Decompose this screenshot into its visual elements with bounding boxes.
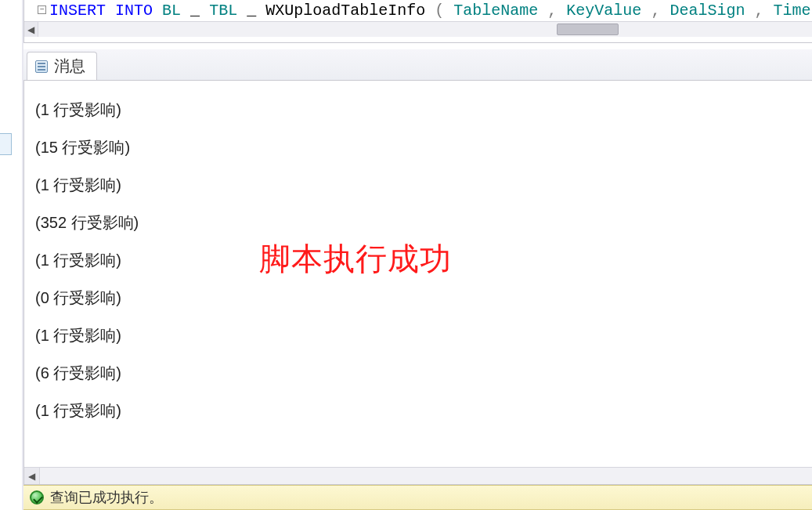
scroll-left-icon[interactable]: ◀ xyxy=(24,22,38,37)
status-bar: 查询已成功执行。 xyxy=(23,485,812,510)
scroll-track[interactable] xyxy=(38,22,812,37)
sql-col-dealsign: DealSign xyxy=(669,2,745,20)
status-text: 查询已成功执行。 xyxy=(50,488,163,507)
sql-ident-bl: BL xyxy=(162,2,181,20)
tab-label: 消息 xyxy=(54,56,85,77)
sql-ident-tbl: TBL xyxy=(209,2,237,20)
results-tab-strip: 消息 xyxy=(23,49,812,81)
message-row: (15 行受影响) xyxy=(35,137,804,157)
sql-ident-proc: WXUploadTableInfo xyxy=(265,2,425,20)
sql-comma: , xyxy=(651,2,660,20)
sql-open-paren: ( xyxy=(435,2,444,20)
sql-keyword-insert: INSERT xyxy=(49,2,106,20)
messages-horizontal-scrollbar[interactable]: ◀ xyxy=(24,467,812,484)
sql-col-keyvalue: KeyValue xyxy=(566,2,641,20)
left-gutter xyxy=(0,0,23,510)
message-row: (6 行受影响) xyxy=(35,363,804,383)
message-row: (1 行受影响) xyxy=(35,175,804,195)
annotation-success-text: 脚本执行成功 xyxy=(259,237,452,280)
sql-col-tablename: TableName xyxy=(453,2,538,20)
sql-comma: , xyxy=(547,2,557,20)
messages-pane: (1 行受影响)(15 行受影响)(1 行受影响)(352 行受影响)(1 行受… xyxy=(23,81,812,485)
sql-comma: , xyxy=(754,2,763,20)
scroll-thumb[interactable] xyxy=(557,24,619,35)
message-row: (1 行受影响) xyxy=(35,325,804,345)
sql-horizontal-scrollbar[interactable]: ◀ xyxy=(24,21,812,37)
message-row: (0 行受影响) xyxy=(35,288,804,308)
sql-col-time: Time xyxy=(773,2,810,20)
messages-tab-icon xyxy=(35,60,48,73)
scroll-left-icon[interactable]: ◀ xyxy=(24,468,40,484)
gutter-marker xyxy=(0,133,12,155)
sql-code-line[interactable]: INSERT INTO BL _ TBL _ WXUploadTableInfo… xyxy=(49,2,812,20)
sql-editor[interactable]: − INSERT INTO BL _ TBL _ WXUploadTableIn… xyxy=(23,0,812,43)
fold-toggle-icon[interactable]: − xyxy=(38,5,46,14)
message-row: (352 行受影响) xyxy=(35,212,804,233)
tab-messages[interactable]: 消息 xyxy=(27,52,97,80)
success-check-icon xyxy=(30,490,44,505)
message-row: (1 行受影响) xyxy=(35,99,804,120)
message-row: (1 行受影响) xyxy=(35,400,804,421)
sql-keyword-into: INTO xyxy=(115,2,153,20)
